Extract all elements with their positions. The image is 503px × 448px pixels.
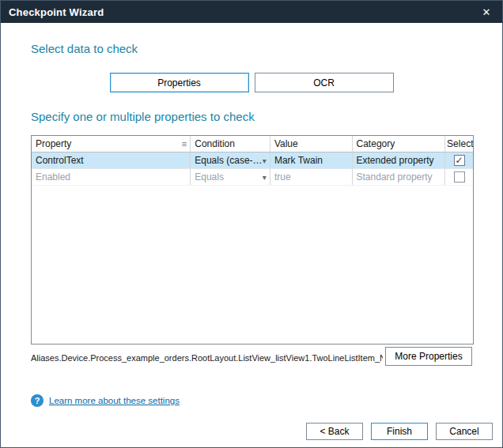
more-properties-button[interactable]: More Properties bbox=[385, 347, 472, 366]
table-row[interactable]: Enabled Equals ▾ true Standard property bbox=[32, 169, 473, 186]
cell-category: Extended property bbox=[353, 152, 446, 168]
column-header-category[interactable]: Category bbox=[353, 136, 446, 152]
cell-value[interactable]: true bbox=[270, 169, 353, 185]
close-icon: ✕ bbox=[482, 6, 491, 18]
selected-object-path: Aliases.Device.Process_example_orders.Ro… bbox=[31, 353, 383, 363]
window-title: Checkpoint Wizard bbox=[9, 6, 104, 18]
help-row: ? Learn more about these settings bbox=[31, 394, 180, 407]
cell-category: Standard property bbox=[353, 169, 446, 185]
properties-button[interactable]: Properties bbox=[110, 73, 249, 92]
check-icon: ✓ bbox=[456, 156, 463, 165]
chevron-down-icon[interactable]: ▾ bbox=[263, 170, 267, 185]
chevron-down-icon[interactable]: ▾ bbox=[263, 153, 267, 168]
data-source-buttons: Properties OCR bbox=[1, 73, 502, 92]
cell-select: ✓ bbox=[445, 152, 473, 168]
cancel-button[interactable]: Cancel bbox=[436, 423, 493, 440]
footer-buttons: < Back Finish Cancel bbox=[306, 423, 493, 440]
table-row[interactable]: ControlText Equals (case-… ▾ Mark Twain … bbox=[32, 152, 473, 169]
properties-table: Property ≡ Condition Value Category Sele… bbox=[31, 135, 474, 344]
specify-properties-heading: Specify one or multiple properties to ch… bbox=[31, 110, 255, 123]
titlebar: Checkpoint Wizard ✕ bbox=[1, 1, 502, 23]
column-header-condition[interactable]: Condition bbox=[191, 136, 270, 152]
back-button[interactable]: < Back bbox=[306, 423, 363, 440]
select-data-heading: Select data to check bbox=[31, 42, 138, 55]
checkpoint-wizard-dialog: Checkpoint Wizard ✕ Select data to check… bbox=[0, 0, 503, 448]
row-select-checkbox[interactable] bbox=[454, 171, 465, 183]
close-button[interactable]: ✕ bbox=[471, 1, 502, 23]
sort-icon[interactable]: ≡ bbox=[182, 137, 187, 152]
column-header-select[interactable]: Select bbox=[445, 136, 473, 152]
row-select-checkbox[interactable]: ✓ bbox=[454, 155, 465, 166]
help-icon: ? bbox=[31, 394, 43, 407]
cell-condition-dropdown[interactable]: Equals ▾ bbox=[191, 169, 270, 185]
cell-condition-dropdown[interactable]: Equals (case-… ▾ bbox=[191, 152, 270, 168]
finish-button[interactable]: Finish bbox=[371, 423, 428, 440]
column-header-property[interactable]: Property ≡ bbox=[32, 136, 191, 152]
cell-select bbox=[445, 169, 473, 185]
cell-value[interactable]: Mark Twain bbox=[270, 152, 353, 168]
cell-property[interactable]: Enabled bbox=[32, 169, 191, 185]
cell-property[interactable]: ControlText bbox=[32, 152, 191, 168]
ocr-button[interactable]: OCR bbox=[255, 73, 394, 92]
column-header-value[interactable]: Value bbox=[270, 136, 353, 152]
table-header-row: Property ≡ Condition Value Category Sele… bbox=[32, 136, 473, 152]
learn-more-link[interactable]: Learn more about these settings bbox=[49, 396, 180, 405]
